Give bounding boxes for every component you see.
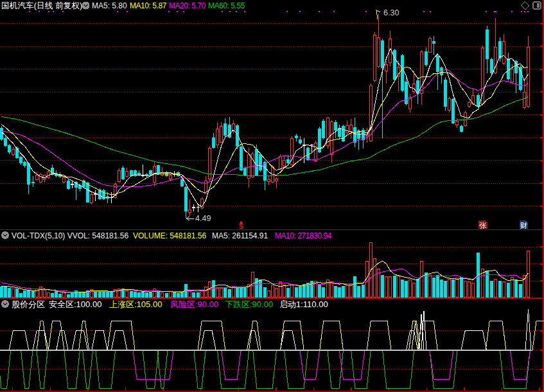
svg-text:上涨区:105.00: 上涨区:105.00 [109,299,162,309]
svg-text:VOLUME: 548181.56: VOLUME: 548181.56 [133,231,206,240]
svg-text:股价分区: 股价分区 [12,299,45,309]
svg-text:MA10: 5.87: MA10: 5.87 [130,1,167,10]
svg-text:财: 财 [520,222,528,229]
svg-text:MA10: 271830.94: MA10: 271830.94 [275,231,332,240]
svg-text:启动1:110.00: 启动1:110.00 [279,299,328,309]
svg-text:国机汽车(日线 前复权): 国机汽车(日线 前复权) [1,1,82,10]
svg-text:6.30: 6.30 [383,8,399,17]
svg-text:下跌区:90.00: 下跌区:90.00 [225,299,273,309]
svg-text:风险区:90.00: 风险区:90.00 [170,299,218,309]
svg-text:安全区:100.00: 安全区:100.00 [49,299,101,309]
svg-text:4.49: 4.49 [195,214,211,223]
svg-text:张: 张 [479,222,487,229]
svg-text:MA5: 261154.91: MA5: 261154.91 [212,231,268,240]
svg-text:VOL-TDX(5,10) VVOL: 548181.56: VOL-TDX(5,10) VVOL: 548181.56 [12,231,128,240]
svg-text:MA20: 5.70: MA20: 5.70 [169,1,206,10]
svg-text:S: S [239,223,243,230]
svg-text:MA60: 5.55: MA60: 5.55 [208,1,245,10]
svg-text:MA5: 5.80: MA5: 5.80 [92,1,127,10]
